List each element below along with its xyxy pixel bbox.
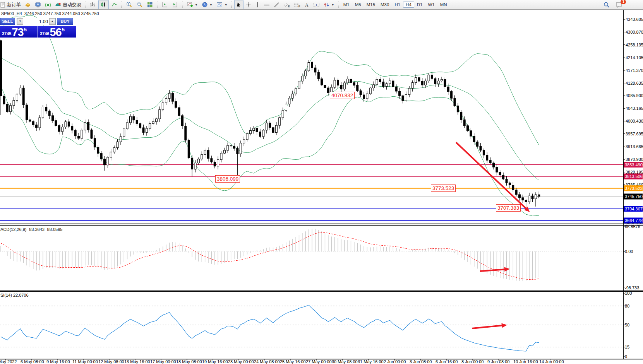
notifications-button[interactable]: 1 — [616, 2, 623, 8]
time-tick-label: 24 May 08:00 — [254, 359, 280, 364]
line-chart-type-button[interactable] — [110, 0, 119, 9]
time-tick-label: 6 Jun 16:00 — [436, 359, 458, 364]
tab-timeframe-h1[interactable]: H1 — [392, 2, 403, 8]
price-axis-badge: 3745.750 — [624, 194, 643, 200]
chart-text-label[interactable]: 4070.832 — [330, 92, 355, 99]
svg-text:E: E — [288, 5, 290, 8]
volume-control: ▼ ▲ — [17, 18, 56, 25]
sell-button[interactable]: SELL — [0, 18, 15, 25]
tab-timeframe-mn[interactable]: MN — [437, 2, 450, 8]
bar-chart-icon — [89, 2, 96, 8]
price-tick-label: 4128.635 — [626, 81, 643, 85]
text-label-tool-button[interactable]: T — [312, 0, 321, 9]
toolbar-grip[interactable] — [230, 2, 233, 8]
buy-button[interactable]: BUY — [57, 18, 73, 25]
signal-icon — [45, 2, 51, 8]
chart-shift-button[interactable] — [160, 0, 170, 9]
dropdown-caret: ▼ — [195, 3, 198, 7]
zoom-in-button[interactable] — [124, 0, 134, 9]
svg-text:3664.778: 3664.778 — [625, 218, 643, 223]
equidistant-channel-icon: E — [283, 2, 290, 8]
mt4-terminal: { "window": {"title_symbol": "SP500-,H4"… — [0, 0, 643, 364]
rsi-tick-label: 0 — [625, 354, 627, 359]
crosshair-tool-button[interactable] — [244, 0, 253, 9]
toolbar-grip[interactable] — [337, 2, 340, 8]
rsi-tick-label: 15 — [625, 345, 629, 349]
toolbar-grip[interactable] — [84, 2, 87, 8]
volume-input[interactable] — [23, 19, 49, 25]
toolbar-grip[interactable] — [120, 2, 123, 8]
tile-windows-button[interactable] — [145, 0, 155, 9]
chart-text-label[interactable]: 3773.523 — [431, 185, 456, 192]
new-order-button[interactable]: 新订单 — [0, 0, 22, 9]
tab-timeframe-h4[interactable]: H4 — [403, 2, 414, 8]
time-tick-label: 25 May 16:00 — [280, 359, 306, 364]
auto-trading-button[interactable]: 自动交易 — [53, 0, 83, 9]
tab-timeframe-m30[interactable]: M30 — [378, 2, 392, 8]
price-axis-badge: 3813.506 — [624, 174, 643, 179]
chart-text-label[interactable]: 3806.099 — [215, 175, 240, 183]
sell-quote-panel[interactable]: 3745 73 5 — [0, 26, 38, 38]
zoom-out-button[interactable] — [135, 0, 144, 9]
text-icon: A — [304, 2, 309, 8]
time-tick-label: 4 May 2022 — [0, 359, 17, 364]
time-tick-label: 14 Jun 00:00 — [539, 359, 564, 364]
price-tick-label: 4085.900 — [626, 93, 643, 98]
chart-background — [0, 10, 643, 364]
crosshair-icon — [246, 2, 252, 8]
vertical-line-tool-button[interactable] — [254, 0, 261, 9]
bar-chart-type-button[interactable] — [88, 0, 98, 9]
svg-text:A: A — [305, 2, 309, 8]
signal-button[interactable] — [43, 0, 53, 9]
buy-price-pip: 5 — [62, 27, 65, 32]
one-click-trading-panel: SELL ▼ ▲ BUY 3745 73 5 3746 56 5 — [0, 17, 76, 38]
periods-button[interactable]: ▼ — [200, 0, 214, 9]
time-tick-label: 17 May 00:00 — [150, 359, 176, 364]
macd-tick-label: -98.733 — [625, 285, 639, 290]
sell-price-prefix: 3745 — [2, 31, 11, 36]
market-watch-icon — [25, 2, 31, 8]
tab-timeframe-w1[interactable]: W1 — [425, 2, 437, 8]
indicators-button[interactable]: ▼ — [215, 0, 229, 9]
fibonacci-tool-button[interactable]: F — [292, 0, 302, 9]
buy-quote-panel[interactable]: 3746 56 5 — [38, 26, 76, 38]
chart-symbol-period: SP500-,H4 — [1, 11, 22, 16]
tab-timeframe-m1[interactable]: M1 — [341, 2, 352, 8]
dropdown-caret: ▼ — [225, 3, 228, 7]
new-chart-button[interactable]: ▼ — [185, 0, 199, 9]
search-icon[interactable] — [603, 2, 610, 8]
arrows-tool-button[interactable]: ▼ — [322, 0, 336, 9]
candlestick-chart-type-button[interactable] — [98, 0, 109, 9]
time-axis: 4 May 20226 May 08:009 May 16:0011 May 0… — [0, 359, 564, 364]
trendline-tool-button[interactable] — [272, 0, 281, 9]
svg-text:3813.506: 3813.506 — [625, 174, 643, 179]
channel-tool-button[interactable]: E — [282, 0, 291, 9]
toolbar-grip[interactable] — [156, 2, 159, 8]
horizontal-line-tool-button[interactable] — [262, 0, 271, 9]
tab-timeframe-m5[interactable]: M5 — [352, 2, 364, 8]
line-chart-icon — [111, 2, 118, 8]
time-tick-label: 13 May 16:00 — [124, 359, 150, 364]
price-axis-badge: 3704.307 — [624, 206, 643, 212]
chart-text-label[interactable]: 3707.383 — [496, 204, 521, 212]
price-axis-badge: 3853.490 — [624, 162, 643, 167]
top-toolbar: 新订单 自动交易 ▼ ▼ — [0, 0, 643, 10]
toolbar-grip[interactable] — [181, 2, 184, 8]
chart-canvas[interactable]: 4343.6054300.8704258.1354214.1054171.370… — [0, 0, 643, 364]
time-tick-label: 9 May 16:00 — [46, 359, 70, 364]
cursor-tool-button[interactable] — [234, 0, 243, 9]
new-order-icon — [0, 2, 6, 8]
time-tick-label: 30 May 08:00 — [332, 359, 358, 364]
auto-scroll-icon — [172, 2, 178, 8]
tab-timeframe-m15[interactable]: M15 — [364, 2, 378, 8]
time-tick-label: 3 Jun 08:00 — [410, 359, 432, 364]
auto-scroll-button[interactable] — [170, 0, 180, 9]
text-tool-button[interactable]: A — [303, 0, 311, 9]
data-window-button[interactable] — [33, 0, 43, 9]
horizontal-line-icon — [264, 2, 270, 8]
volume-increase-button[interactable]: ▲ — [49, 18, 55, 25]
market-watch-button[interactable] — [23, 0, 33, 9]
volume-decrease-button[interactable]: ▼ — [17, 18, 23, 25]
tab-timeframe-d1[interactable]: D1 — [414, 2, 425, 8]
rsi-tick-label: 80 — [625, 304, 629, 308]
